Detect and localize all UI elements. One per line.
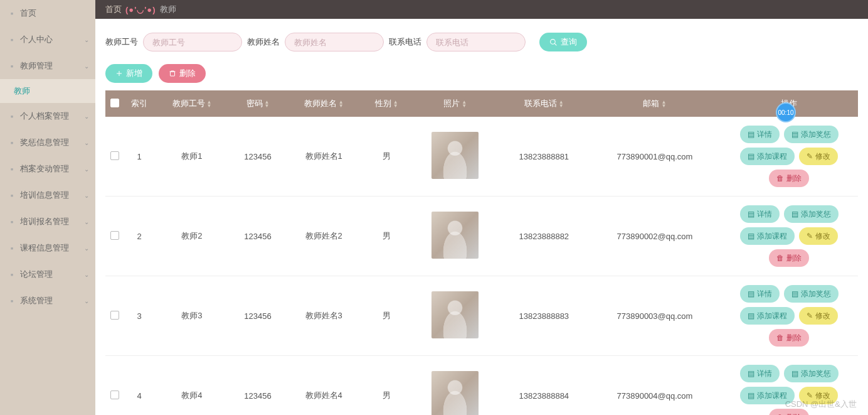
sidebar-item-4[interactable]: ▪奖惩信息管理⌄ <box>0 129 95 156</box>
delete-button[interactable]: 删除 <box>159 64 206 83</box>
grid-icon: ▪ <box>8 62 16 70</box>
row-checkbox[interactable] <box>110 391 119 399</box>
row-delete-button[interactable]: 🗑删除 <box>769 249 809 267</box>
row-checkbox[interactable] <box>110 311 119 320</box>
delete-button-label: 删除 <box>179 68 196 79</box>
sort-icon[interactable]: ▲▼ <box>339 100 344 108</box>
sidebar-item-8[interactable]: ▪课程信息管理⌄ <box>0 235 95 261</box>
sidebar-item-9[interactable]: ▪论坛管理⌄ <box>0 261 95 288</box>
cell-photo <box>411 356 498 416</box>
add-course-button[interactable]: ▤添加课程 <box>740 227 795 245</box>
cell-ops: ▤详情 ▤添加奖惩 ▤添加课程 ✎修改 🗑删除 <box>720 117 858 197</box>
column-header[interactable]: 照片▲▼ <box>411 90 498 117</box>
label-teacher-id: 教师工号 <box>105 36 138 48</box>
cell-phone: 13823888881 <box>499 117 590 197</box>
add-course-button[interactable]: ▤添加课程 <box>740 307 795 325</box>
sort-icon[interactable]: ▲▼ <box>393 100 398 108</box>
table-row: 1 教师1 123456 教师姓名1 男 13823888881 7738900… <box>105 117 858 197</box>
home-icon: ▪ <box>8 9 16 18</box>
sort-icon[interactable]: ▲▼ <box>265 100 270 108</box>
action-row: 新增 删除 <box>105 64 858 83</box>
sort-icon[interactable]: ▲▼ <box>661 100 666 108</box>
sidebar-subitem[interactable]: 教师 <box>0 79 95 103</box>
sidebar-item-1[interactable]: ▪个人中心⌄ <box>0 26 95 53</box>
plus-icon <box>115 70 123 77</box>
row-checkbox[interactable] <box>110 231 119 240</box>
cell-phone: 13823888882 <box>499 197 590 276</box>
comment-icon: ▪ <box>8 270 16 279</box>
sidebar-item-label: 课程信息管理 <box>20 242 69 254</box>
course-icon: ▪ <box>8 244 16 252</box>
book-icon: ▪ <box>8 191 16 200</box>
sidebar-item-3[interactable]: ▪个人档案管理⌄ <box>0 103 95 129</box>
user-icon: ▪ <box>8 35 16 44</box>
sidebar: ▪首页▪个人中心⌄▪教师管理⌄教师▪个人档案管理⌄▪奖惩信息管理⌄▪档案变动管理… <box>0 0 95 415</box>
breadcrumb-home[interactable]: 首页 <box>105 4 122 15</box>
sidebar-item-10[interactable]: ▪系统管理⌄ <box>0 288 95 314</box>
sidebar-item-label: 首页 <box>20 8 36 19</box>
detail-button[interactable]: ▤详情 <box>740 285 780 303</box>
detail-button[interactable]: ▤详情 <box>740 365 780 382</box>
file-icon: ▤ <box>791 369 798 378</box>
cell-index: 2 <box>124 197 154 276</box>
sidebar-item-label: 系统管理 <box>20 295 53 306</box>
sidebar-item-5[interactable]: ▪档案变动管理⌄ <box>0 156 95 182</box>
sort-icon[interactable]: ▲▼ <box>559 100 564 108</box>
chevron-down-icon: ⌄ <box>84 218 89 225</box>
column-header[interactable]: 联系电话▲▼ <box>499 90 590 117</box>
detail-button[interactable]: ▤详情 <box>740 205 780 223</box>
add-reward-button[interactable]: ▤添加奖惩 <box>784 285 839 303</box>
input-teacher-name[interactable] <box>285 33 384 51</box>
sidebar-item-0[interactable]: ▪首页 <box>0 0 95 26</box>
edit-button[interactable]: ✎修改 <box>799 307 838 325</box>
sidebar-item-label: 论坛管理 <box>20 269 53 280</box>
query-button[interactable]: 查询 <box>539 33 587 51</box>
column-header[interactable]: 教师姓名▲▼ <box>286 90 361 117</box>
add-reward-button[interactable]: ▤添加奖惩 <box>784 126 839 143</box>
detail-button[interactable]: ▤详情 <box>740 126 780 143</box>
input-teacher-id[interactable] <box>143 33 242 51</box>
row-delete-button[interactable]: 🗑删除 <box>769 170 809 187</box>
chevron-down-icon: ⌄ <box>84 298 89 305</box>
sidebar-item-2[interactable]: ▪教师管理⌄ <box>0 53 95 79</box>
star-icon: ▪ <box>8 138 16 147</box>
cell-index: 1 <box>124 117 154 197</box>
add-reward-button[interactable]: ▤添加奖惩 <box>784 205 839 223</box>
sidebar-item-7[interactable]: ▪培训报名管理⌄ <box>0 208 95 235</box>
sidebar-item-6[interactable]: ▪培训信息管理⌄ <box>0 182 95 208</box>
sort-icon[interactable]: ▲▼ <box>207 100 212 108</box>
file-icon: ▤ <box>748 232 754 240</box>
input-phone[interactable] <box>426 33 526 51</box>
column-header[interactable]: 教师工号▲▼ <box>154 90 230 117</box>
add-reward-button[interactable]: ▤添加奖惩 <box>784 365 839 382</box>
edit-icon: ✎ <box>807 152 813 161</box>
cell-index: 4 <box>124 356 154 416</box>
cell-id: 教师2 <box>154 197 230 276</box>
edit-button[interactable]: ✎修改 <box>799 387 838 404</box>
column-header[interactable]: 邮箱▲▼ <box>590 90 720 117</box>
chevron-down-icon: ⌄ <box>84 192 89 199</box>
row-checkbox[interactable] <box>110 151 119 160</box>
edit-button[interactable]: ✎修改 <box>799 227 838 245</box>
trash-icon: 🗑 <box>776 333 784 342</box>
chevron-down-icon: ⌄ <box>84 166 89 173</box>
add-course-button[interactable]: ▤添加课程 <box>740 148 795 165</box>
edit-button[interactable]: ✎修改 <box>799 148 838 165</box>
trash-icon: 🗑 <box>776 174 784 183</box>
column-header[interactable]: 密码▲▼ <box>230 90 286 117</box>
add-button[interactable]: 新增 <box>105 64 152 83</box>
add-course-button[interactable]: ▤添加课程 <box>740 387 795 404</box>
column-header[interactable]: 性别▲▼ <box>361 90 411 117</box>
file-icon: ▤ <box>748 130 754 139</box>
chevron-down-icon: ⌄ <box>84 63 89 70</box>
add-button-label: 新增 <box>126 68 142 79</box>
cell-email: 773890001@qq.com <box>590 117 720 197</box>
file-icon: ▤ <box>791 289 798 298</box>
column-header <box>105 90 124 117</box>
row-delete-button[interactable]: 🗑删除 <box>769 409 809 415</box>
avatar <box>431 371 479 415</box>
checkbox-all[interactable] <box>110 99 119 107</box>
cell-photo <box>411 197 498 276</box>
row-delete-button[interactable]: 🗑删除 <box>769 329 809 347</box>
sort-icon[interactable]: ▲▼ <box>462 100 467 108</box>
